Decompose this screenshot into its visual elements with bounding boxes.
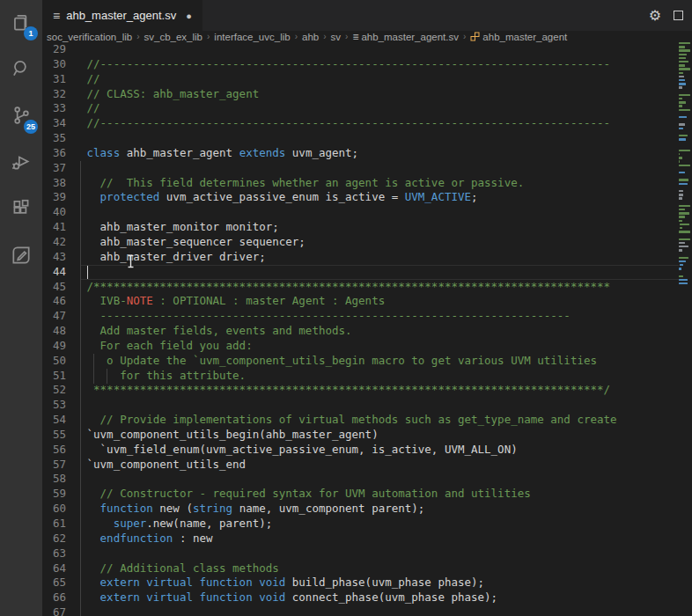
sidebar-item-run-debug[interactable]: [0, 140, 42, 187]
tab-ahb-master-agent[interactable]: ≡ ahb_master_agent.sv ●: [42, 0, 203, 31]
line-number[interactable]: 45: [42, 280, 80, 295]
line-number[interactable]: 66: [42, 590, 80, 605]
code-line-45[interactable]: 45 /************************************…: [42, 280, 679, 295]
code-line-42[interactable]: 42 ahb_master_sequencer sequencer;: [42, 235, 679, 250]
code-line-30[interactable]: 30 //-----------------------------------…: [42, 57, 679, 72]
code-text[interactable]: extern virtual function void connect_pha…: [80, 590, 497, 605]
line-number[interactable]: 64: [42, 561, 80, 576]
sidebar-item-extensions[interactable]: [0, 187, 42, 233]
line-number[interactable]: 41: [42, 220, 80, 235]
line-number[interactable]: 42: [42, 235, 80, 250]
line-number[interactable]: 29: [42, 42, 80, 57]
settings-gear-icon[interactable]: ⚙: [649, 9, 661, 23]
breadcrumb-item-soc_verification_lib[interactable]: soc_verification_lib: [47, 32, 132, 42]
code-text[interactable]: extern virtual function void build_phase…: [80, 576, 484, 590]
code-text[interactable]: `uvm_component_utils_end: [80, 458, 246, 473]
code-line-36[interactable]: 36 class ahb_master_agent extends uvm_ag…: [42, 146, 679, 161]
sidebar-item-search[interactable]: [0, 47, 42, 93]
line-number[interactable]: 33: [42, 101, 80, 116]
code-line-39[interactable]: 39 protected uvm_active_passive_enum is_…: [42, 190, 679, 205]
code-line-64[interactable]: 64 // Additional class methods: [42, 561, 679, 576]
code-line-49[interactable]: 49 For each field you add:: [42, 339, 679, 354]
code-text[interactable]: ----------------------------------------…: [80, 309, 571, 324]
code-text[interactable]: protected uvm_active_passive_enum is_act…: [80, 190, 478, 205]
code-line-62[interactable]: 62 endfunction : new: [42, 532, 679, 546]
code-text[interactable]: //--------------------------------------…: [80, 57, 610, 72]
code-line-35[interactable]: 35: [42, 131, 679, 146]
code-text[interactable]: endfunction : new: [80, 532, 213, 546]
line-number[interactable]: 36: [42, 146, 80, 161]
code-text[interactable]: ahb_master_monitor monitor;: [80, 220, 279, 235]
line-number[interactable]: 44: [42, 265, 80, 280]
line-number[interactable]: 39: [42, 190, 80, 205]
code-line-50[interactable]: 50 o Update the `uvm_component_utils_beg…: [42, 354, 679, 369]
line-number[interactable]: 63: [42, 546, 80, 561]
modified-dot-icon[interactable]: ●: [186, 11, 192, 21]
code-line-61[interactable]: 61 super.new(name, parent);: [42, 517, 679, 532]
code-text[interactable]: ****************************************…: [80, 383, 610, 398]
code-text[interactable]: // CLASS: ahb_master_agent: [80, 87, 259, 102]
line-number[interactable]: 35: [42, 131, 80, 146]
code-text[interactable]: for this attribute.: [80, 369, 246, 384]
code-line-56[interactable]: 56 `uvm_field_enum(uvm_active_passive_en…: [42, 443, 679, 458]
code-text[interactable]: For each field you add:: [80, 339, 253, 354]
code-line-43[interactable]: 43 ahb_master_driver driver;: [42, 250, 679, 265]
code-line-54[interactable]: 54 // Provide implementations of virtual…: [42, 413, 679, 428]
code-text[interactable]: o Update the `uvm_component_utils_begin …: [80, 354, 597, 369]
code-text[interactable]: /***************************************…: [80, 280, 610, 295]
line-number[interactable]: 58: [42, 472, 80, 487]
line-number[interactable]: 46: [42, 294, 80, 309]
code-text[interactable]: //--------------------------------------…: [80, 116, 610, 131]
line-number[interactable]: 61: [42, 517, 80, 532]
code-line-58[interactable]: 58: [42, 472, 679, 487]
breadcrumb-item-ahb_master_agent[interactable]: ahb_master_agent: [470, 32, 567, 42]
line-number[interactable]: 40: [42, 205, 80, 220]
line-number[interactable]: 57: [42, 458, 80, 473]
code-text[interactable]: // Additional class methods: [80, 561, 279, 576]
line-number[interactable]: 54: [42, 413, 80, 428]
breadcrumb-item-sv[interactable]: sv: [331, 32, 342, 42]
code-text[interactable]: //: [80, 72, 100, 87]
line-number[interactable]: 31: [42, 72, 80, 87]
code-line-33[interactable]: 33 //: [42, 101, 679, 116]
code-text[interactable]: class ahb_master_agent extends uvm_agent…: [80, 146, 358, 161]
line-number[interactable]: 67: [42, 605, 80, 616]
breadcrumb-item-sv_cb_ex_lib[interactable]: sv_cb_ex_lib: [144, 32, 202, 42]
code-line-47[interactable]: 47 -------------------------------------…: [42, 309, 679, 324]
code-line-53[interactable]: 53: [42, 398, 679, 413]
sidebar-item-notes[interactable]: [0, 233, 42, 280]
line-number[interactable]: 65: [42, 576, 80, 590]
code-text[interactable]: Add master fields, events and methods.: [80, 324, 352, 339]
breadcrumb-item-ahb[interactable]: ahb: [302, 32, 319, 42]
line-number[interactable]: 49: [42, 339, 80, 354]
code-line-38[interactable]: 38 // This field determines whether an a…: [42, 176, 679, 191]
code-line-55[interactable]: 55 `uvm_component_utils_begin(ahb_master…: [42, 428, 679, 443]
code-line-51[interactable]: 51 for this attribute.: [42, 369, 679, 384]
breadcrumb-item-ahb_master_agent.sv[interactable]: ≡ahb_master_agent.sv: [352, 31, 459, 42]
code-line-57[interactable]: 57 `uvm_component_utils_end: [42, 458, 679, 473]
code-text[interactable]: // Provide implementations of virtual me…: [80, 413, 617, 428]
code-line-63[interactable]: 63: [42, 546, 679, 561]
line-number[interactable]: 56: [42, 443, 80, 458]
sidebar-item-source-control[interactable]: 25: [0, 93, 42, 140]
code-line-34[interactable]: 34 //-----------------------------------…: [42, 116, 679, 131]
code-line-59[interactable]: 59 // Constructor - required syntax for …: [42, 487, 679, 502]
line-number[interactable]: 47: [42, 309, 80, 324]
code-line-66[interactable]: 66 extern virtual function void connect_…: [42, 590, 679, 605]
code-text[interactable]: super.new(name, parent);: [80, 517, 272, 532]
line-number[interactable]: 37: [42, 161, 80, 176]
code-line-60[interactable]: 60 function new (string name, uvm_compon…: [42, 502, 679, 517]
code-text[interactable]: IVB-NOTE : OPTIONAL : master Agent : Age…: [80, 294, 385, 309]
line-number[interactable]: 38: [42, 176, 80, 191]
code-line-32[interactable]: 32 // CLASS: ahb_master_agent: [42, 87, 679, 102]
line-number[interactable]: 52: [42, 383, 80, 398]
line-number[interactable]: 30: [42, 57, 80, 72]
code-text[interactable]: // This field determines whether an agen…: [80, 176, 524, 191]
code-text[interactable]: ahb_master_driver driver;: [80, 250, 266, 265]
code-line-46[interactable]: 46 IVB-NOTE : OPTIONAL : master Agent : …: [42, 294, 679, 309]
code-text[interactable]: `uvm_field_enum(uvm_active_passive_enum,…: [80, 443, 518, 458]
line-number[interactable]: 59: [42, 487, 80, 502]
line-number[interactable]: 34: [42, 116, 80, 131]
code-line-40[interactable]: 40: [42, 205, 679, 220]
code-text[interactable]: // Constructor - required syntax for UVM…: [80, 487, 531, 502]
